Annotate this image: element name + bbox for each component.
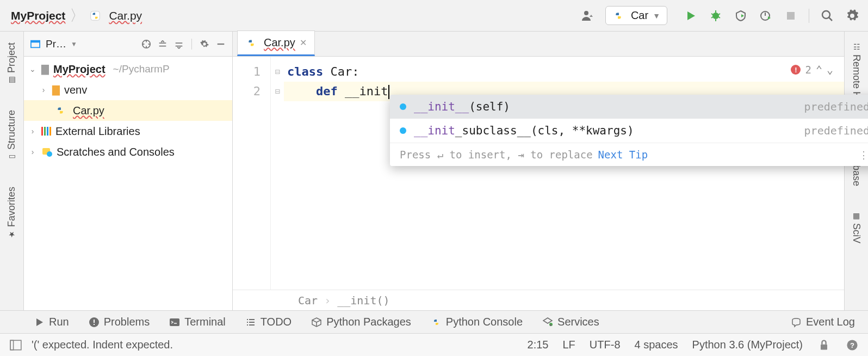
stop-button[interactable] — [784, 9, 798, 23]
code-area[interactable]: 1 2 ⊟ ⊟ class Car: def __init __init__(s… — [233, 57, 844, 290]
main-toolbar: Car ▼ — [580, 6, 863, 25]
tw-problems[interactable]: Problems — [89, 316, 150, 328]
run-button[interactable] — [684, 9, 698, 23]
lock-icon[interactable] — [817, 338, 831, 352]
completion-item-init[interactable]: __init__(self) predefined — [390, 95, 868, 119]
error-icon: ! — [791, 65, 801, 75]
collapse-all-icon[interactable] — [173, 38, 185, 50]
hide-icon[interactable] — [215, 38, 227, 50]
next-tip-link[interactable]: Next Tip — [598, 149, 648, 161]
sidebar-structure-tab[interactable]: ▭Structure — [4, 106, 20, 166]
completion-signature: __init_subclass__(cls, **kwargs) — [414, 124, 797, 137]
expand-all-icon[interactable] — [157, 38, 169, 50]
completion-item-init-subclass[interactable]: __init_subclass__(cls, **kwargs) predefi… — [390, 119, 868, 143]
error-count: 2 — [805, 64, 811, 76]
python-file-icon — [54, 105, 66, 116]
fold-icon[interactable]: ⊟ — [271, 82, 284, 101]
scratches-icon — [41, 147, 52, 157]
profile-button[interactable] — [759, 9, 773, 23]
tw-python-console[interactable]: Python Console — [431, 316, 523, 328]
status-indent[interactable]: 4 spaces — [635, 339, 678, 351]
folder-icon: ▤ — [8, 76, 16, 85]
python-file-icon — [245, 37, 257, 49]
project-tree: ⌄ ▇ MyProject ~/PycharmP › ▇ venv Car.py… — [24, 57, 232, 164]
status-position[interactable]: 2:15 — [528, 339, 549, 351]
run-config-label: Car — [631, 9, 648, 22]
grid-icon: ▦ — [852, 211, 861, 220]
left-gutter: ▤Project ▭Structure ★Favorites — [0, 32, 24, 310]
crumb-class[interactable]: Car — [298, 294, 318, 307]
inspection-widget[interactable]: ! 2 ⌃⌄ — [791, 63, 833, 76]
code-line-1[interactable]: class Car: — [284, 62, 844, 82]
svg-rect-16 — [10, 340, 21, 349]
svg-point-5 — [822, 11, 830, 19]
chevron-right-icon: › — [28, 127, 37, 136]
tree-venv-label: venv — [64, 84, 87, 96]
folder-icon: ▇ — [52, 84, 60, 96]
sidebar-sciview-tab[interactable]: ▦SciV — [848, 207, 864, 248]
status-bar: '(' expected. Indent expected. 2:15 LF U… — [0, 333, 868, 356]
gear-icon[interactable] — [199, 38, 210, 50]
tree-root-path: ~/PycharmP — [113, 63, 170, 75]
completion-popup: __init__(self) predefined __init_subclas… — [390, 95, 868, 166]
sidebar-project-tab[interactable]: ▤Project — [4, 38, 20, 89]
code-lines[interactable]: class Car: def __init __init__(self) pre… — [284, 57, 844, 290]
next-error-icon[interactable]: ⌄ — [827, 63, 833, 76]
tw-run[interactable]: Run — [34, 316, 69, 328]
user-icon[interactable] — [580, 9, 594, 23]
prev-error-icon[interactable]: ⌃ — [816, 63, 822, 76]
chevron-right-icon: › — [39, 85, 48, 94]
editor-tabs: Car.py ✕ — [233, 32, 844, 57]
notifications-icon[interactable]: ? — [845, 338, 859, 352]
chevron-down-icon[interactable]: ▼ — [71, 40, 77, 48]
tw-python-packages[interactable]: Python Packages — [311, 316, 411, 328]
editor-tab-car[interactable]: Car.py ✕ — [237, 30, 315, 56]
status-line-separator[interactable]: LF — [563, 339, 575, 351]
tree-extlibs-label: External Libraries — [55, 125, 140, 138]
fold-gutter: ⊟ ⊟ — [271, 57, 284, 290]
chevron-down-icon: ⌄ — [28, 65, 37, 73]
toolwin-toggle-icon[interactable] — [9, 338, 23, 352]
coverage-button[interactable] — [734, 9, 748, 23]
libraries-icon — [41, 127, 51, 136]
tw-todo[interactable]: TODO — [245, 316, 292, 328]
run-configuration-selector[interactable]: Car ▼ — [605, 6, 667, 25]
sidebar-favorites-tab[interactable]: ★Favorites — [4, 182, 20, 243]
chevron-right-icon: › — [324, 294, 331, 307]
svg-point-1 — [584, 11, 588, 15]
project-header-label: Pr… — [46, 38, 66, 50]
completion-hint: Press ↵ to insert, ⇥ to replace — [400, 149, 593, 161]
status-encoding[interactable]: UTF-8 — [590, 339, 621, 351]
tree-external-libraries[interactable]: › External Libraries — [24, 121, 232, 142]
tw-terminal[interactable]: Terminal — [169, 316, 226, 328]
svg-rect-17 — [10, 340, 13, 349]
breadcrumb-project[interactable]: MyProject — [11, 9, 65, 22]
tree-scratches[interactable]: › Scratches and Consoles — [24, 142, 232, 162]
window-icon[interactable] — [29, 38, 41, 50]
target-icon[interactable] — [140, 38, 152, 50]
tree-root[interactable]: ⌄ ▇ MyProject ~/PycharmP — [24, 59, 232, 79]
editor-breadcrumbs: Car › __init() — [233, 290, 844, 310]
close-tab-icon[interactable]: ✕ — [300, 38, 307, 48]
folder-icon: ▇ — [41, 63, 49, 75]
project-panel: Pr… ▼ ⌄ ▇ MyProject ~/PycharmP › ▇ venv — [24, 32, 233, 310]
search-everywhere-button[interactable] — [820, 9, 834, 23]
tree-root-label: MyProject — [53, 63, 106, 76]
tw-services[interactable]: Services — [542, 316, 599, 328]
more-icon[interactable]: ⋮ — [859, 149, 868, 161]
crumb-method[interactable]: __init() — [337, 294, 389, 307]
status-interpreter[interactable]: Python 3.6 (MyProject) — [692, 339, 803, 351]
settings-button[interactable] — [845, 9, 859, 23]
line-numbers: 1 2 — [233, 57, 271, 290]
tree-file-car[interactable]: Car.py — [24, 100, 232, 121]
tw-event-log[interactable]: Event Log — [791, 316, 855, 328]
method-icon — [400, 103, 406, 110]
svg-rect-12 — [94, 320, 95, 323]
tree-venv[interactable]: › ▇ venv — [24, 79, 232, 100]
fold-icon[interactable]: ⊟ — [271, 62, 284, 82]
breadcrumb-file[interactable]: Car.py — [109, 9, 142, 22]
debug-button[interactable] — [709, 9, 723, 23]
method-icon — [400, 127, 406, 134]
chevron-right-icon: › — [28, 148, 37, 156]
right-gutter: ☷Remote Host ≡Database ▦SciV — [844, 32, 868, 310]
